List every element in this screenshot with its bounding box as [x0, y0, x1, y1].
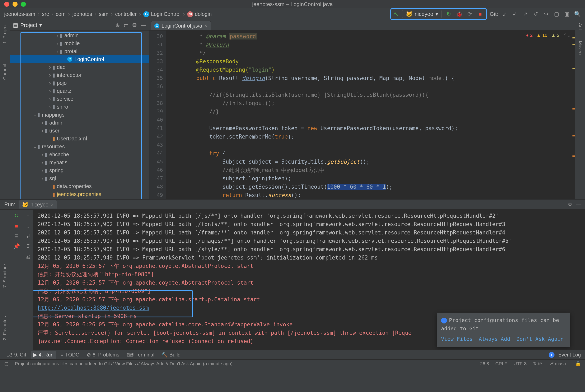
close-icon[interactable]: ×: [50, 202, 54, 208]
project-tree[interactable]: ›▮admin›▮mobile›▮protalCLoginControl›▮da…: [10, 30, 149, 199]
stop-icon[interactable]: ■: [15, 223, 18, 229]
history-icon[interactable]: ↺: [532, 11, 539, 18]
down-icon[interactable]: ↓: [27, 223, 29, 229]
gear-icon[interactable]: ⚙: [568, 202, 572, 208]
run-tab[interactable]: ▶ 4: Run: [31, 351, 56, 358]
build-tab[interactable]: 🔨 Build: [159, 351, 183, 358]
run-coverage-icon[interactable]: ⟳: [466, 11, 473, 18]
crumb-4[interactable]: ssm: [99, 11, 108, 17]
error-stripe[interactable]: [570, 30, 575, 199]
crumb-class[interactable]: CLoginControl: [143, 11, 180, 17]
tree-item[interactable]: ›▮admin: [10, 31, 149, 39]
view-files-link[interactable]: View Files: [441, 335, 473, 343]
maven-tool-tab[interactable]: Maven: [578, 41, 583, 55]
indent-settings[interactable]: Tab*: [533, 361, 542, 366]
tree-item[interactable]: ›▮ehcache: [10, 150, 149, 158]
code-area[interactable]: 3031323334353637383940414243444546474849…: [149, 30, 575, 199]
diff-icon[interactable]: ▢: [553, 11, 560, 18]
git-tab[interactable]: ⎇ 9: Git: [4, 351, 29, 358]
status-button-icon[interactable]: ▢: [4, 361, 8, 366]
tree-item[interactable]: ›▮protal: [10, 47, 149, 55]
run-tab[interactable]: 🐱 niceyoo ×: [18, 200, 57, 208]
terminal-tab[interactable]: ⌨ Terminal: [124, 351, 157, 358]
up-icon[interactable]: ↑: [27, 212, 29, 219]
print-icon[interactable]: 🖨: [25, 254, 31, 260]
rerun-icon[interactable]: ↻: [446, 11, 452, 18]
gear-icon[interactable]: ⚙: [132, 22, 137, 28]
commit-tool-tab[interactable]: Commit: [2, 64, 7, 80]
dont-ask-link[interactable]: Don't Ask Again: [517, 335, 564, 343]
tree-item[interactable]: ›▮mobile: [10, 39, 149, 47]
tree-item[interactable]: ›▮quartz: [10, 87, 149, 95]
hide-icon[interactable]: —: [576, 202, 581, 208]
tree-item[interactable]: ⌄▮resources: [10, 142, 149, 150]
tree-item[interactable]: ⌄▮mappings: [10, 111, 149, 119]
caret-position[interactable]: 26:8: [480, 361, 489, 366]
tree-item[interactable]: ▮jeenotes.properties: [10, 190, 149, 198]
editor-tab[interactable]: C LoginControl.java ×: [151, 21, 211, 30]
tree-item[interactable]: ▮UserDao.xml: [10, 134, 149, 142]
pin-icon[interactable]: 📌: [13, 243, 20, 250]
title-bar: jeenotes-ssm – LoginControl.java: [0, 0, 585, 8]
tree-item[interactable]: ›▮service: [10, 95, 149, 103]
push-icon[interactable]: ↗: [522, 11, 529, 18]
wrap-icon[interactable]: ↲: [26, 233, 30, 240]
tree-item[interactable]: ›▮shiro: [10, 103, 149, 111]
project-panel-title[interactable]: ▤ Project ▾: [13, 22, 42, 28]
gutter[interactable]: 3031323334353637383940414243444546474849…: [149, 30, 166, 199]
sync-icon[interactable]: ▣: [564, 11, 570, 18]
layout-icon[interactable]: ⊟: [14, 233, 19, 240]
run-config-dropdown[interactable]: 🐱 niceyoo ▾: [402, 10, 442, 18]
line-separator[interactable]: CRLF: [495, 361, 507, 366]
lock-icon[interactable]: 🔒: [575, 361, 581, 366]
tree-item[interactable]: ▮log4j.properties: [10, 198, 149, 199]
project-tool-tab[interactable]: 1: Project: [2, 24, 7, 44]
hide-icon[interactable]: —: [141, 22, 146, 28]
crumb-2[interactable]: com: [56, 11, 66, 17]
tree-item[interactable]: ›▮spring: [10, 166, 149, 174]
crumb-0[interactable]: jeenotes-ssm: [4, 11, 35, 17]
expand-icon[interactable]: ⇄: [124, 22, 128, 28]
scroll-icon[interactable]: ↧: [26, 243, 30, 250]
tree-item[interactable]: CLoginControl: [10, 55, 149, 63]
search-everywhere-icon[interactable]: 🔍: [574, 11, 581, 18]
rerun-icon[interactable]: ↻: [14, 212, 19, 219]
tree-item[interactable]: ›▮mybatis: [10, 158, 149, 166]
tree-item[interactable]: ›▮admin: [10, 119, 149, 127]
file-encoding[interactable]: UTF-8: [514, 361, 527, 366]
problems-tab[interactable]: ⊘ 6: Problems: [84, 351, 122, 358]
breadcrumb[interactable]: jeenotes-ssm src com jeenotes ssm contro…: [0, 11, 212, 17]
crumb-5[interactable]: controller: [115, 11, 137, 17]
tree-item[interactable]: ›▮dao: [10, 63, 149, 71]
close-tab-icon[interactable]: ×: [204, 23, 207, 29]
favorites-tool-tab[interactable]: 2: Favorites: [2, 316, 7, 340]
stop-icon[interactable]: ■: [477, 11, 484, 18]
debug-icon[interactable]: 🐞: [456, 11, 463, 18]
always-add-link[interactable]: Always Add: [479, 335, 511, 343]
crumb-3[interactable]: jeenotes: [72, 11, 92, 17]
structure-tool-tab[interactable]: 7: Structure: [2, 264, 7, 288]
tree-item[interactable]: ›▮sql: [10, 174, 149, 182]
info-icon: i: [441, 318, 447, 324]
editor-tab-label: LoginControl.java: [161, 23, 202, 29]
code-lines[interactable]: * @param password * @return */ @Response…: [166, 30, 570, 199]
event-log-tab[interactable]: iEvent Log: [549, 352, 581, 358]
update-icon[interactable]: ↙: [501, 11, 508, 18]
tree-item[interactable]: ›▮pojo: [10, 79, 149, 87]
ant-tool-tab[interactable]: Ant: [578, 23, 583, 30]
tree-item[interactable]: ▮data.properties: [10, 182, 149, 190]
tomcat-icon: 🐱: [22, 202, 28, 208]
tree-item[interactable]: ›▮interceptor: [10, 71, 149, 79]
rollback-icon[interactable]: ↪: [543, 11, 550, 18]
run-body: 7: Structure 2: Favorites ↻ ■ ⊟ 📌 ↑ ↓ ↲ …: [0, 210, 585, 350]
commit-icon[interactable]: ✓: [512, 11, 518, 18]
tree-item[interactable]: ›▮user: [10, 127, 149, 134]
crumb-method[interactable]: mdologin: [187, 11, 212, 17]
todo-tab[interactable]: ≡ TODO: [58, 351, 82, 358]
left-tool-strip: 1: Project Commit: [0, 20, 10, 199]
build-icon[interactable]: ↖: [394, 11, 398, 18]
crumb-1[interactable]: src: [42, 11, 49, 17]
locate-icon[interactable]: ⊕: [115, 22, 120, 28]
console-output[interactable]: 2020-12-05 18:25:57,901 INFO => Mapped U…: [33, 210, 585, 350]
git-branch[interactable]: ⎇ master: [549, 361, 569, 366]
